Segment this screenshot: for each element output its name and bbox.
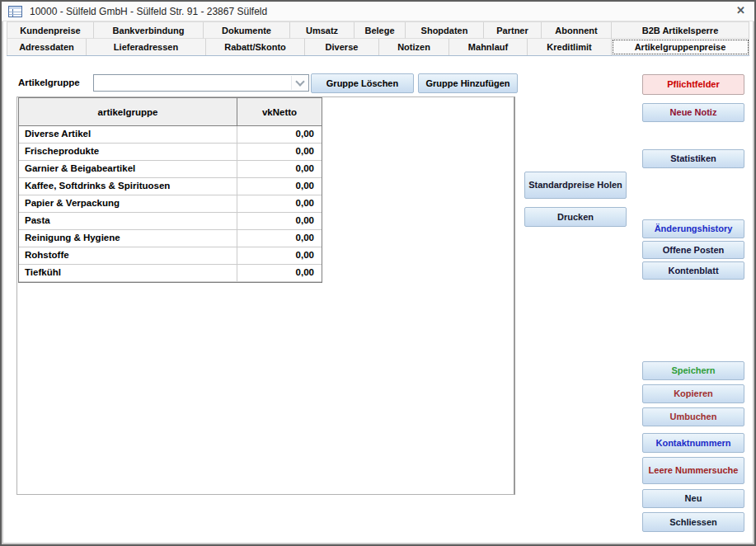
- kontaktnummern-button[interactable]: Kontaktnummern: [642, 433, 744, 453]
- tab-row-1: Kundenpreise Bankverbindung Dokumente Um…: [7, 22, 749, 39]
- tab-mahnlauf[interactable]: Mahnlauf: [449, 39, 528, 55]
- chevron-down-icon: [295, 77, 304, 86]
- neue-notiz-button[interactable]: Neue Notiz: [642, 103, 744, 122]
- tab-abonnent[interactable]: Abonnent: [542, 22, 612, 39]
- combobox-dropdown-button[interactable]: [291, 76, 308, 90]
- artikelgruppe-cell[interactable]: Garnier & Beigabeartikel: [19, 161, 237, 177]
- kopieren-button[interactable]: Kopieren: [642, 384, 744, 403]
- vknetto-cell[interactable]: 0,00: [237, 247, 322, 264]
- tab-lieferadressen[interactable]: Lieferadressen: [87, 39, 206, 55]
- table-row[interactable]: Papier & Verpackung 0,00: [19, 195, 322, 213]
- gruppe-hinzufuegen-button[interactable]: Gruppe Hinzufügen: [418, 73, 518, 93]
- speichern-button[interactable]: Speichern: [642, 361, 744, 380]
- standardpreise-holen-button[interactable]: Standardpreise Holen: [524, 172, 627, 199]
- artikelgruppen-panel: artikelgruppe vkNetto Diverse Artikel 0,…: [16, 96, 515, 495]
- artikelgruppe-cell[interactable]: Kaffee, Softdrinks & Spirituosen: [19, 178, 237, 195]
- table-row[interactable]: Diverse Artikel 0,00: [19, 126, 322, 144]
- tab-shopdaten[interactable]: Shopdaten: [406, 22, 484, 39]
- vknetto-cell[interactable]: 0,00: [237, 144, 322, 160]
- gruppe-loeschen-button[interactable]: Gruppe Löschen: [311, 73, 414, 93]
- vknetto-cell[interactable]: 0,00: [237, 178, 322, 195]
- table-row[interactable]: Frischeprodukte 0,00: [19, 144, 322, 161]
- tab-rabatt-skonto[interactable]: Rabatt/Skonto: [206, 39, 305, 55]
- table-row[interactable]: Rohstoffe 0,00: [19, 247, 322, 265]
- vknetto-cell[interactable]: 0,00: [237, 230, 322, 247]
- umbuchen-button[interactable]: Umbuchen: [642, 407, 744, 426]
- title-bar: 10000 - Sülfeld GmbH - Sülfeld Str. 91 -…: [2, 2, 754, 21]
- tab-row-2: Adressdaten Lieferadressen Rabatt/Skonto…: [7, 39, 749, 55]
- vknetto-cell[interactable]: 0,00: [237, 213, 322, 229]
- table-row[interactable]: Garnier & Beigabeartikel 0,00: [19, 161, 322, 178]
- vknetto-cell[interactable]: 0,00: [237, 161, 322, 177]
- form-icon: [8, 6, 22, 17]
- artikelgruppe-combobox[interactable]: [93, 74, 309, 92]
- tab-partner[interactable]: Partner: [484, 22, 542, 39]
- table-header-row: artikelgruppe vkNetto: [19, 98, 322, 126]
- tab-diverse[interactable]: Diverse: [305, 39, 379, 55]
- artikelgruppe-cell[interactable]: Diverse Artikel: [19, 126, 237, 143]
- kontenblatt-button[interactable]: Kontenblatt: [642, 261, 744, 280]
- offene-posten-button[interactable]: Offene Posten: [642, 241, 744, 259]
- tab-b2b-artikelsperre[interactable]: B2B Artikelsperre: [612, 22, 749, 39]
- close-icon[interactable]: ✕: [736, 4, 745, 16]
- tab-belege[interactable]: Belege: [355, 22, 406, 39]
- tab-umsatz[interactable]: Umsatz: [290, 22, 355, 39]
- artikelgruppen-table: artikelgruppe vkNetto Diverse Artikel 0,…: [18, 97, 322, 283]
- tab-artikelgruppenpreise[interactable]: Artikelgruppenpreise: [612, 39, 749, 55]
- leere-nummersuche-button[interactable]: Leere Nummersuche: [642, 457, 744, 484]
- drucken-button[interactable]: Drucken: [524, 207, 627, 227]
- table-row[interactable]: Kaffee, Softdrinks & Spirituosen 0,00: [19, 178, 322, 195]
- artikelgruppe-cell[interactable]: Rohstoffe: [19, 247, 237, 264]
- artikelgruppe-cell[interactable]: Tiefkühl: [19, 265, 237, 281]
- schliessen-button[interactable]: Schliessen: [642, 512, 744, 532]
- artikelgruppe-cell[interactable]: Papier & Verpackung: [19, 195, 237, 212]
- tab-dokumente[interactable]: Dokumente: [204, 22, 290, 39]
- window-title: 10000 - Sülfeld GmbH - Sülfeld Str. 91 -…: [30, 6, 267, 17]
- statistiken-button[interactable]: Statistiken: [642, 149, 744, 168]
- tab-notizen[interactable]: Notizen: [379, 39, 449, 55]
- table-row[interactable]: Reinigung & Hygiene 0,00: [19, 230, 322, 247]
- artikelgruppe-label: Artikelgruppe: [18, 78, 80, 87]
- app-window: 10000 - Sülfeld GmbH - Sülfeld Str. 91 -…: [0, 0, 756, 546]
- aenderungshistory-button[interactable]: Änderungshistory: [642, 219, 744, 238]
- artikelgruppe-cell[interactable]: Reinigung & Hygiene: [19, 230, 237, 247]
- table-row[interactable]: Pasta 0,00: [19, 213, 322, 230]
- tab-bankverbindung[interactable]: Bankverbindung: [94, 22, 204, 39]
- tab-kreditlimit[interactable]: Kreditlimit: [528, 39, 612, 55]
- pflichtfelder-button[interactable]: Pflichtfelder: [642, 74, 744, 95]
- vknetto-column-header[interactable]: vkNetto: [237, 98, 322, 125]
- artikelgruppe-cell[interactable]: Frischeprodukte: [19, 144, 237, 160]
- neu-button[interactable]: Neu: [642, 489, 744, 508]
- vknetto-cell[interactable]: 0,00: [237, 195, 322, 212]
- table-row[interactable]: Tiefkühl 0,00: [19, 265, 322, 282]
- artikelgruppe-cell[interactable]: Pasta: [19, 213, 237, 229]
- artikelgruppe-column-header[interactable]: artikelgruppe: [19, 98, 237, 125]
- tab-adressdaten[interactable]: Adressdaten: [7, 39, 87, 55]
- tab-kundenpreise[interactable]: Kundenpreise: [7, 22, 94, 39]
- vknetto-cell[interactable]: 0,00: [237, 126, 322, 143]
- vknetto-cell[interactable]: 0,00: [237, 265, 322, 281]
- tab-strip: Kundenpreise Bankverbindung Dokumente Um…: [7, 21, 749, 56]
